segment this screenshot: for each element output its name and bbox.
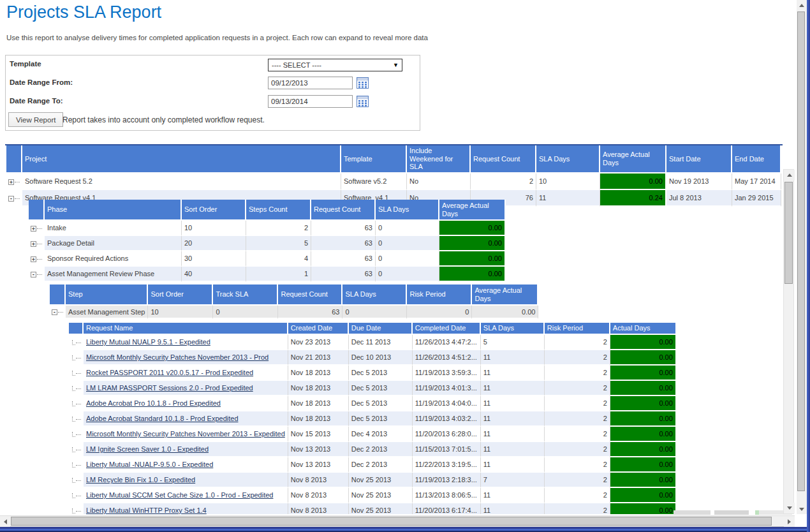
requests-table: Request Name Created Date Due Date Compl… (69, 323, 677, 514)
scroll-down-arrow-icon[interactable] (797, 504, 807, 514)
completed-date-cell: 11/19/2013 3:59:3... (413, 366, 481, 381)
sla-days-cell: 0 (376, 267, 439, 282)
template-select[interactable]: ---- SELECT ---- ▼ (268, 59, 402, 71)
due-date-cell: Dec 5 2013 (349, 366, 413, 381)
risk-period-cell: 2 (545, 442, 610, 457)
expand-icon[interactable]: + (29, 236, 45, 251)
report-parameters-panel: Template ---- SELECT ---- ▼ Date Range F… (5, 55, 420, 131)
expand-icon[interactable]: + (29, 251, 45, 267)
request-link[interactable]: LM Recycle Bin Fix 1.0 - Expedited (86, 476, 195, 484)
request-link[interactable]: Liberty Mutual -NUALP-9.5.0 - Expedited (86, 461, 213, 468)
clipped-ui-fragment (674, 510, 792, 515)
sla-days-cell: 11 (481, 427, 545, 442)
request-link[interactable]: LM Ignite Screen Saver 1.0 - Expedited (86, 445, 209, 453)
due-date-cell: Nov 25 2013 (349, 473, 413, 488)
risk-period-cell: 2 (545, 335, 610, 350)
request-link[interactable]: Liberty Mutual SCCM Set Cache Size 1.0 -… (86, 491, 273, 499)
request-link[interactable]: Microsoft Monthly Security Patches Novem… (86, 353, 269, 361)
sla-days-cell: 5 (481, 335, 545, 350)
table-row: Microsoft Monthly Security Patches Novem… (69, 427, 677, 442)
scrollbar-thumb[interactable] (11, 517, 772, 526)
column-header: Sort Order (182, 200, 246, 221)
request-link[interactable]: LM LRAM PASSPORT Sessions 2.0 - Prod Exp… (86, 384, 253, 392)
request-count-cell: 63 (311, 251, 376, 267)
view-report-button[interactable]: View Report (8, 112, 63, 127)
table-row: Liberty Mutual -NUALP-9.5.0 - ExpeditedN… (69, 457, 677, 473)
date-from-input[interactable] (268, 77, 353, 89)
date-from-label: Date Range From: (10, 78, 73, 86)
risk-period-cell: 2 (545, 396, 610, 411)
step-name-cell: Asset Management Step (66, 306, 148, 319)
scrollbar-thumb[interactable] (797, 11, 805, 491)
scroll-up-arrow-icon[interactable] (784, 170, 795, 181)
collapse-icon[interactable]: - (6, 190, 22, 207)
chevron-down-icon: ▼ (393, 62, 399, 68)
tree-branch-icon (69, 411, 84, 427)
scroll-up-arrow-icon[interactable] (797, 0, 807, 10)
request-link[interactable]: Microsoft Monthly Security Patches Novem… (86, 430, 285, 438)
created-date-cell: Nov 18 2013 (288, 381, 349, 396)
sla-days-cell: 11 (481, 350, 545, 366)
table-row: Liberty Mutual SCCM Set Cache Size 1.0 -… (69, 488, 677, 503)
actual-days-cell: 0.00 (610, 366, 677, 381)
report-vertical-scrollbar[interactable] (783, 169, 794, 514)
created-date-cell: Nov 18 2013 (288, 411, 349, 427)
end-date-cell: May 17 2014 (732, 174, 781, 190)
table-row: Liberty Mutual WinHTTP Proxy Set 1.4Nov … (69, 503, 677, 514)
request-count-cell: 2 (471, 174, 536, 190)
horizontal-scrollbar[interactable] (0, 515, 795, 527)
request-link[interactable]: Liberty Mutual NUALP 9.5.1 - Expedited (86, 338, 210, 346)
risk-period-cell: 0 (407, 306, 472, 319)
sort-order-cell: 30 (182, 251, 246, 267)
scroll-right-arrow-icon[interactable] (784, 516, 795, 527)
expander-header-cell (6, 145, 22, 174)
collapse-icon[interactable]: - (50, 306, 66, 319)
request-count-cell: 63 (311, 267, 376, 282)
template-label: Template (10, 60, 41, 68)
request-link[interactable]: Liberty Mutual WinHTTP Proxy Set 1.4 (86, 506, 207, 514)
due-date-cell: Dec 10 2013 (349, 350, 413, 366)
table-row: LM Ignite Screen Saver 1.0 - ExpeditedNo… (69, 442, 677, 457)
column-header: Start Date (666, 145, 732, 174)
window-border-bottom (0, 527, 810, 532)
scroll-down-arrow-icon[interactable] (784, 503, 795, 514)
request-name-cell: LM Recycle Bin Fix 1.0 - Expedited (84, 473, 288, 488)
actual-days-cell: 0.00 (610, 381, 677, 396)
steps-count-cell: 2 (246, 221, 311, 236)
tree-branch-icon (69, 396, 84, 411)
tree-branch-icon (69, 381, 84, 396)
column-header: Due Date (349, 323, 413, 335)
scroll-left-arrow-icon[interactable] (0, 516, 10, 527)
page-vertical-scrollbar[interactable] (797, 0, 807, 514)
end-date-cell: Jan 29 2015 (732, 190, 781, 207)
column-header: Step (66, 284, 148, 306)
calendar-icon[interactable] (357, 96, 369, 107)
calendar-icon[interactable] (357, 77, 369, 89)
track-sla-cell: 0 (213, 306, 278, 319)
request-link[interactable]: Rocket PASSPORT 2011 v20.0.5.17 - Prod E… (86, 369, 253, 376)
collapse-icon[interactable]: - (29, 267, 45, 282)
column-header: Created Date (288, 323, 349, 335)
request-link[interactable]: Adobe Acrobat Standard 10.1.8 - Prod Exp… (86, 415, 239, 422)
start-date-cell: Jul 8 2013 (666, 190, 732, 207)
date-to-input[interactable] (268, 95, 353, 108)
column-header: Project (22, 145, 341, 174)
sla-days-cell: 11 (481, 442, 545, 457)
sla-days-cell: 0 (342, 306, 407, 319)
created-date-cell: Nov 15 2013 (288, 427, 349, 442)
completed-date-cell: 11/15/2013 7:01:5... (413, 442, 481, 457)
scrollbar-thumb[interactable] (784, 182, 793, 284)
tree-branch-icon (69, 427, 84, 442)
completed-date-cell: 11/26/2013 4:51:2... (413, 350, 481, 366)
expand-icon[interactable]: + (29, 221, 45, 236)
request-name-cell: LM Ignite Screen Saver 1.0 - Expedited (84, 442, 288, 457)
tree-branch-icon (69, 457, 84, 473)
request-link[interactable]: Adobe Acrobat Pro 10.1.8 - Prod Expedite… (86, 399, 221, 407)
request-name-cell: Liberty Mutual NUALP 9.5.1 - Expedited (84, 335, 288, 350)
sla-days-cell: 11 (481, 457, 545, 473)
completed-date-cell: 11/20/2013 6:28:0... (413, 427, 481, 442)
table-row: Adobe Acrobat Standard 10.1.8 - Prod Exp… (69, 411, 677, 427)
request-name-cell: Adobe Acrobat Standard 10.1.8 - Prod Exp… (84, 411, 288, 427)
created-date-cell: Nov 13 2013 (288, 457, 349, 473)
expand-icon[interactable]: + (6, 174, 22, 190)
